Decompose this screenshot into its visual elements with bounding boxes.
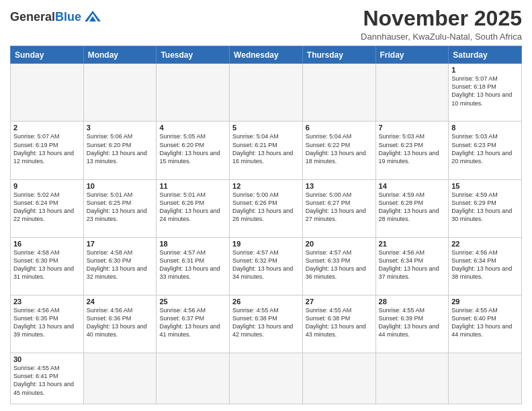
day-number: 30 [13, 355, 81, 363]
calendar-week-row: 9Sunrise: 5:02 AM Sunset: 6:24 PM Daylig… [11, 179, 522, 237]
day-info: Sunrise: 4:58 AM Sunset: 6:30 PM Dayligh… [87, 248, 154, 281]
table-row [302, 353, 375, 404]
table-row: 11Sunrise: 5:01 AM Sunset: 6:26 PM Dayli… [157, 179, 230, 237]
day-info: Sunrise: 4:55 AM Sunset: 6:40 PM Dayligh… [451, 306, 519, 339]
page: General Blue November 2025 Dannhauser, K… [0, 0, 532, 411]
day-info: Sunrise: 5:03 AM Sunset: 6:23 PM Dayligh… [379, 132, 446, 165]
day-info: Sunrise: 4:59 AM Sunset: 6:28 PM Dayligh… [379, 191, 446, 224]
table-row: 13Sunrise: 5:00 AM Sunset: 6:27 PM Dayli… [302, 179, 375, 237]
calendar-table: Sunday Monday Tuesday Wednesday Thursday… [10, 46, 522, 404]
table-row [230, 64, 303, 122]
day-number: 15 [451, 182, 519, 190]
day-info: Sunrise: 4:56 AM Sunset: 6:35 PM Dayligh… [13, 306, 81, 339]
calendar-week-row: 1Sunrise: 5:07 AM Sunset: 6:18 PM Daylig… [11, 64, 522, 122]
day-info: Sunrise: 4:55 AM Sunset: 6:39 PM Dayligh… [379, 306, 446, 339]
table-row [302, 64, 375, 122]
day-info: Sunrise: 5:04 AM Sunset: 6:22 PM Dayligh… [306, 132, 373, 165]
day-info: Sunrise: 5:02 AM Sunset: 6:24 PM Dayligh… [13, 191, 81, 224]
table-row: 9Sunrise: 5:02 AM Sunset: 6:24 PM Daylig… [11, 179, 84, 237]
day-number: 11 [159, 182, 226, 190]
day-info: Sunrise: 4:57 AM Sunset: 6:33 PM Dayligh… [306, 248, 373, 281]
day-info: Sunrise: 4:58 AM Sunset: 6:30 PM Dayligh… [13, 248, 81, 281]
day-info: Sunrise: 5:00 AM Sunset: 6:26 PM Dayligh… [232, 191, 300, 224]
day-number: 14 [379, 182, 446, 190]
day-info: Sunrise: 4:59 AM Sunset: 6:29 PM Dayligh… [451, 191, 519, 224]
day-number: 17 [87, 240, 154, 248]
day-info: Sunrise: 4:55 AM Sunset: 6:41 PM Dayligh… [13, 364, 81, 397]
table-row [157, 353, 230, 404]
calendar-header-row: Sunday Monday Tuesday Wednesday Thursday… [11, 46, 522, 64]
day-number: 24 [87, 298, 154, 306]
subtitle: Dannhauser, KwaZulu-Natal, South Africa [361, 32, 522, 42]
day-info: Sunrise: 4:56 AM Sunset: 6:36 PM Dayligh… [87, 306, 154, 339]
day-number: 26 [232, 298, 300, 306]
day-info: Sunrise: 5:07 AM Sunset: 6:18 PM Dayligh… [451, 75, 519, 107]
day-number: 1 [451, 66, 519, 74]
day-number: 18 [159, 240, 226, 248]
day-info: Sunrise: 4:55 AM Sunset: 6:38 PM Dayligh… [232, 306, 300, 339]
table-row: 18Sunrise: 4:57 AM Sunset: 6:31 PM Dayli… [157, 237, 230, 295]
table-row: 16Sunrise: 4:58 AM Sunset: 6:30 PM Dayli… [11, 237, 84, 295]
table-row: 20Sunrise: 4:57 AM Sunset: 6:33 PM Dayli… [302, 237, 375, 295]
day-number: 19 [232, 240, 300, 248]
day-number: 29 [451, 298, 519, 306]
table-row: 23Sunrise: 4:56 AM Sunset: 6:35 PM Dayli… [11, 295, 84, 353]
table-row: 6Sunrise: 5:04 AM Sunset: 6:22 PM Daylig… [302, 122, 375, 179]
table-row: 19Sunrise: 4:57 AM Sunset: 6:32 PM Dayli… [230, 237, 303, 295]
month-title: November 2025 [361, 7, 522, 30]
table-row: 5Sunrise: 5:04 AM Sunset: 6:21 PM Daylig… [230, 122, 303, 179]
col-monday: Monday [83, 46, 157, 64]
day-number: 6 [306, 124, 373, 132]
table-row: 14Sunrise: 4:59 AM Sunset: 6:28 PM Dayli… [375, 179, 449, 237]
logo-blue-text: Blue [55, 10, 81, 24]
table-row: 10Sunrise: 5:01 AM Sunset: 6:25 PM Dayli… [83, 179, 157, 237]
table-row [449, 353, 522, 404]
day-number: 21 [379, 240, 446, 248]
table-row: 1Sunrise: 5:07 AM Sunset: 6:18 PM Daylig… [449, 64, 522, 122]
calendar-week-row: 23Sunrise: 4:56 AM Sunset: 6:35 PM Dayli… [11, 295, 522, 353]
day-number: 25 [159, 298, 226, 306]
table-row [83, 64, 157, 122]
table-row: 29Sunrise: 4:55 AM Sunset: 6:40 PM Dayli… [449, 295, 522, 353]
table-row: 27Sunrise: 4:55 AM Sunset: 6:38 PM Dayli… [302, 295, 375, 353]
table-row: 15Sunrise: 4:59 AM Sunset: 6:29 PM Dayli… [449, 179, 522, 237]
title-block: November 2025 Dannhauser, KwaZulu-Natal,… [361, 7, 522, 42]
day-info: Sunrise: 5:00 AM Sunset: 6:27 PM Dayligh… [306, 191, 373, 224]
day-number: 16 [13, 240, 81, 248]
day-number: 8 [451, 124, 519, 132]
logo-general-text: General [10, 10, 55, 24]
col-tuesday: Tuesday [157, 46, 230, 64]
header: General Blue November 2025 Dannhauser, K… [10, 7, 522, 42]
day-info: Sunrise: 5:07 AM Sunset: 6:19 PM Dayligh… [13, 132, 81, 165]
col-thursday: Thursday [302, 46, 375, 64]
col-saturday: Saturday [449, 46, 522, 64]
table-row: 8Sunrise: 5:03 AM Sunset: 6:23 PM Daylig… [449, 122, 522, 179]
day-number: 20 [306, 240, 373, 248]
table-row: 30Sunrise: 4:55 AM Sunset: 6:41 PM Dayli… [11, 353, 84, 404]
day-info: Sunrise: 4:56 AM Sunset: 6:37 PM Dayligh… [159, 306, 226, 339]
calendar-week-row: 16Sunrise: 4:58 AM Sunset: 6:30 PM Dayli… [11, 237, 522, 295]
day-info: Sunrise: 4:57 AM Sunset: 6:31 PM Dayligh… [159, 248, 226, 281]
table-row [375, 64, 449, 122]
day-number: 22 [451, 240, 519, 248]
day-info: Sunrise: 5:05 AM Sunset: 6:20 PM Dayligh… [159, 132, 226, 165]
table-row [375, 353, 449, 404]
day-number: 13 [306, 182, 373, 190]
day-number: 28 [379, 298, 446, 306]
calendar-week-row: 2Sunrise: 5:07 AM Sunset: 6:19 PM Daylig… [11, 122, 522, 179]
day-number: 9 [13, 182, 81, 190]
table-row: 3Sunrise: 5:06 AM Sunset: 6:20 PM Daylig… [83, 122, 157, 179]
table-row: 2Sunrise: 5:07 AM Sunset: 6:19 PM Daylig… [11, 122, 84, 179]
day-info: Sunrise: 4:56 AM Sunset: 6:34 PM Dayligh… [379, 248, 446, 281]
table-row: 26Sunrise: 4:55 AM Sunset: 6:38 PM Dayli… [230, 295, 303, 353]
day-number: 27 [306, 298, 373, 306]
table-row [157, 64, 230, 122]
table-row: 7Sunrise: 5:03 AM Sunset: 6:23 PM Daylig… [375, 122, 449, 179]
col-friday: Friday [375, 46, 449, 64]
day-info: Sunrise: 5:06 AM Sunset: 6:20 PM Dayligh… [87, 132, 154, 165]
table-row: 17Sunrise: 4:58 AM Sunset: 6:30 PM Dayli… [83, 237, 157, 295]
day-info: Sunrise: 5:01 AM Sunset: 6:26 PM Dayligh… [159, 191, 226, 224]
table-row: 28Sunrise: 4:55 AM Sunset: 6:39 PM Dayli… [375, 295, 449, 353]
day-info: Sunrise: 5:01 AM Sunset: 6:25 PM Dayligh… [87, 191, 154, 224]
col-sunday: Sunday [11, 46, 84, 64]
